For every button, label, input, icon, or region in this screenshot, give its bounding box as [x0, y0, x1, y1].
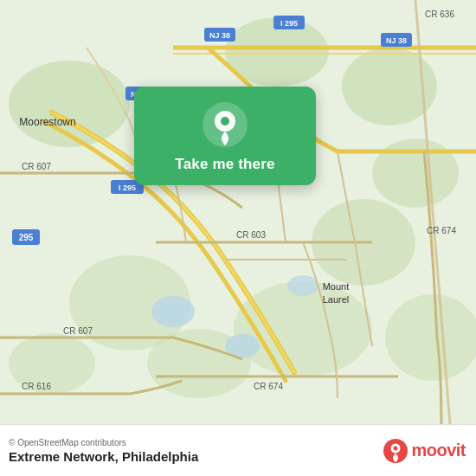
svg-text:CR 603: CR 603 [236, 230, 266, 240]
svg-text:I 295: I 295 [119, 183, 136, 192]
moovit-logo: moovit [383, 439, 466, 463]
svg-text:Laurel: Laurel [323, 294, 350, 305]
svg-point-5 [372, 138, 459, 208]
footer-left: © OpenStreetMap contributors Extreme Net… [9, 438, 198, 464]
svg-text:Mount: Mount [323, 281, 350, 292]
location-card[interactable]: Take me there [134, 87, 316, 185]
svg-text:CR 674: CR 674 [254, 382, 283, 391]
location-pin-icon [203, 102, 248, 147]
location-name-label: Extreme Network, Philadelphia [9, 449, 198, 464]
svg-text:CR 607: CR 607 [63, 326, 93, 336]
svg-point-38 [221, 117, 229, 125]
svg-text:I 295: I 295 [280, 19, 298, 28]
svg-text:NJ 38: NJ 38 [209, 31, 230, 40]
svg-text:295: 295 [19, 233, 34, 242]
footer-bar: © OpenStreetMap contributors Extreme Net… [0, 424, 476, 476]
moovit-brand-text: moovit [411, 441, 466, 460]
svg-point-9 [385, 294, 476, 381]
svg-text:Moorestown: Moorestown [19, 116, 75, 128]
svg-point-13 [287, 275, 318, 296]
map-area: 295 I 295 I 295 NJ 38 NJ 38 NJ 38 CR 636… [0, 0, 476, 424]
svg-text:CR 616: CR 616 [22, 382, 51, 391]
osm-attribution: © OpenStreetMap contributors [9, 438, 198, 447]
svg-point-11 [151, 296, 195, 327]
svg-text:NJ 38: NJ 38 [386, 36, 407, 45]
moovit-icon [383, 439, 408, 463]
svg-point-41 [394, 446, 398, 450]
svg-text:CR 636: CR 636 [425, 10, 454, 19]
take-me-there-button[interactable]: Take me there [175, 156, 274, 173]
svg-text:CR 674: CR 674 [427, 226, 456, 235]
svg-text:CR 607: CR 607 [22, 162, 51, 171]
